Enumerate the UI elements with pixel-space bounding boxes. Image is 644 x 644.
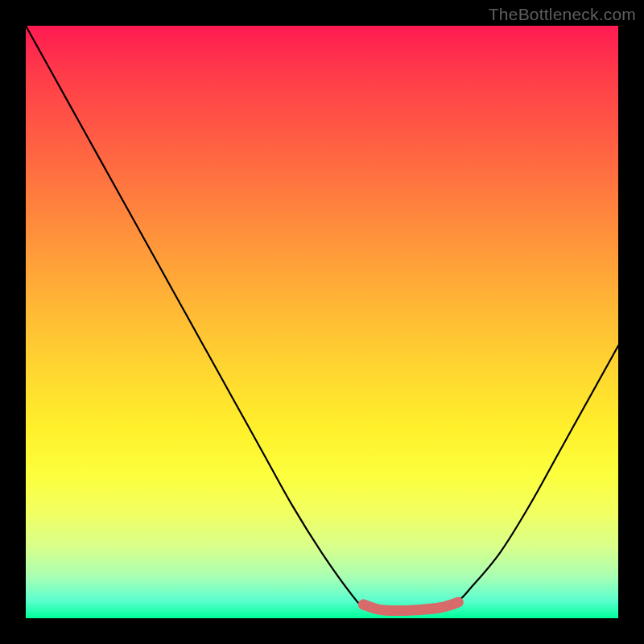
chart-svg <box>26 26 618 618</box>
bottleneck-highlight-zone <box>364 602 459 610</box>
optimal-marker-icon <box>358 600 369 610</box>
chart-plot-area <box>26 26 618 618</box>
attribution-label: TheBottleneck.com <box>489 5 636 24</box>
bottleneck-curve <box>26 26 618 613</box>
chart-frame: TheBottleneck.com <box>0 0 644 644</box>
